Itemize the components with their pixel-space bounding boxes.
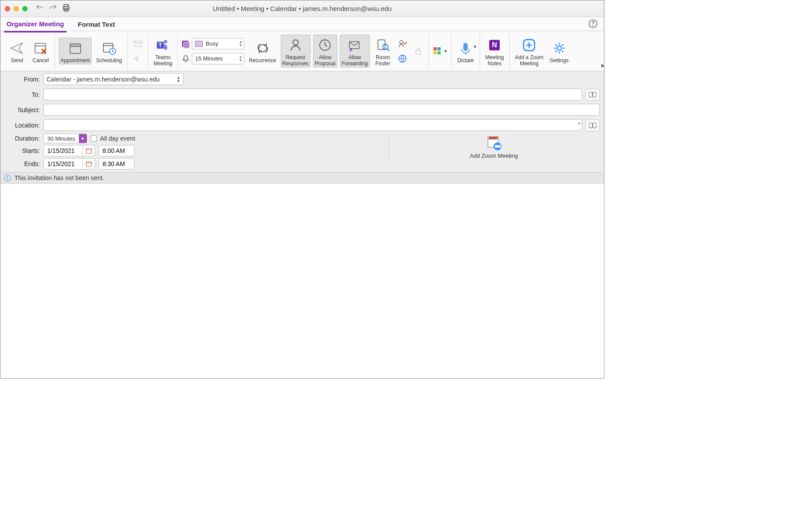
print-icon[interactable] (62, 4, 71, 14)
room-finder-button[interactable]: Room Finder (372, 35, 393, 67)
show-as-select[interactable]: Busy ▲▼ (192, 38, 244, 50)
clock-icon (317, 37, 333, 53)
private-icon[interactable] (412, 45, 425, 58)
all-day-checkbox[interactable] (91, 135, 97, 142)
send-button[interactable]: Send (7, 38, 28, 64)
dictate-button[interactable]: ▼ Dictate (455, 38, 476, 64)
ribbon: Send Cancel Appointment Scheduling T Tea… (0, 31, 604, 71)
reminder-bell-icon (181, 54, 190, 63)
microphone-icon (458, 40, 473, 56)
send-icon (9, 40, 25, 56)
info-bar: ! This invitation has not been sent. (0, 173, 604, 184)
scheduling-button[interactable]: Scheduling (94, 38, 124, 64)
svg-rect-29 (438, 47, 441, 50)
svg-rect-40 (593, 123, 597, 128)
check-names-icon[interactable] (396, 37, 409, 50)
subject-label: Subject: (5, 106, 40, 113)
svg-rect-19 (184, 42, 190, 48)
recurrence-button[interactable]: Recurrence (247, 38, 278, 64)
window-controls (5, 6, 28, 11)
teams-icon: T (155, 37, 171, 53)
maximize-window-button[interactable] (22, 6, 28, 11)
request-responses-button[interactable]: Request Responses (281, 35, 311, 67)
reminder-select[interactable]: 15 Minutes ▲▼ (192, 53, 244, 64)
svg-rect-31 (438, 51, 441, 54)
address-book-icon (588, 91, 597, 98)
allow-proposal-button[interactable]: Allow Proposal (313, 35, 337, 67)
forward-mail-icon (347, 37, 363, 53)
subject-input[interactable] (43, 104, 600, 116)
start-date-picker-icon[interactable] (82, 145, 95, 156)
start-time-input[interactable] (99, 145, 134, 156)
group-teams: T Teams Meeting (148, 33, 178, 69)
to-address-book-button[interactable] (586, 89, 600, 100)
svg-rect-32 (463, 43, 468, 51)
zoom-side-panel[interactable]: Add Zoom Meeting (388, 134, 599, 161)
person-icon (288, 37, 304, 53)
to-input[interactable] (43, 89, 582, 100)
redo-icon[interactable] (49, 4, 57, 14)
close-window-button[interactable] (5, 6, 10, 11)
svg-point-25 (400, 40, 403, 43)
svg-point-20 (293, 40, 298, 45)
location-label: Location: (5, 122, 40, 129)
svg-rect-30 (434, 51, 437, 54)
group-show: Appointment Scheduling (55, 33, 128, 69)
tab-organizer-meeting[interactable]: Organizer Meeting (4, 18, 67, 32)
svg-rect-28 (434, 47, 437, 50)
zoom-meeting-icon (485, 136, 503, 152)
time-zones-icon[interactable] (396, 52, 409, 65)
svg-point-5 (593, 25, 593, 26)
scheduling-icon (101, 40, 117, 56)
add-zoom-meeting-button[interactable]: Add a Zoom Meeting (513, 35, 545, 67)
meeting-notes-button[interactable]: N Meeting Notes (484, 35, 506, 67)
start-date-input[interactable] (43, 145, 95, 156)
svg-rect-41 (86, 149, 92, 153)
location-picker-button[interactable] (586, 120, 600, 131)
svg-rect-27 (416, 51, 420, 54)
duration-value: 30 Minutes (44, 135, 79, 142)
calendar-cancel-icon (33, 40, 49, 56)
meeting-form: From: Calendar - james.m.henderson@wsu.e… (0, 71, 604, 173)
info-icon: ! (4, 174, 11, 181)
window-title: Untitled • Meeting • Calendar • james.m.… (0, 5, 604, 12)
svg-rect-37 (589, 92, 593, 97)
room-finder-icon (375, 37, 391, 53)
end-date-input[interactable] (43, 158, 95, 170)
undo-icon[interactable] (35, 4, 44, 14)
minimize-window-button[interactable] (14, 6, 19, 11)
reminder-value: 15 Minutes (195, 55, 223, 62)
group-categorize: ▼ (429, 33, 452, 69)
allow-forwarding-button[interactable]: Allow Forwarding (340, 35, 370, 67)
group-dictate: ▼ Dictate (452, 33, 480, 69)
onenote-icon: N (487, 37, 502, 53)
title-bar: Untitled • Meeting • Calendar • james.m.… (0, 0, 604, 17)
from-select[interactable]: Calendar - james.m.henderson@wsu.edu ▲▼ (43, 73, 184, 85)
duration-select[interactable]: 30 Minutes ▼ (43, 134, 87, 143)
group-options: Busy ▲▼ 15 Minutes ▲▼ Recurrence Request… (178, 33, 428, 69)
appointment-icon (67, 40, 83, 56)
group-actions: Send Cancel (3, 33, 55, 69)
group-zoom: Add a Zoom Meeting Settings (510, 33, 574, 69)
teams-meeting-button[interactable]: T Teams Meeting (152, 35, 174, 67)
svg-text:T: T (159, 42, 162, 48)
collapse-ribbon-icon[interactable]: ▶ (601, 63, 604, 68)
end-time-input[interactable] (99, 158, 134, 170)
zoom-settings-button[interactable]: Settings (548, 38, 570, 64)
location-dropdown-icon[interactable]: ▾ (578, 121, 580, 126)
svg-rect-22 (350, 42, 359, 49)
help-icon[interactable] (588, 19, 598, 28)
svg-point-3 (67, 5, 69, 6)
categories-icon (432, 46, 443, 57)
svg-point-36 (557, 46, 561, 50)
ribbon-tabs: Organizer Meeting Format Text ▶ (0, 17, 604, 31)
cancel-button[interactable]: Cancel (30, 38, 51, 64)
from-label: From: (5, 76, 40, 83)
message-body[interactable] (0, 184, 604, 374)
svg-rect-49 (495, 145, 499, 148)
appointment-button[interactable]: Appointment (59, 38, 92, 64)
location-input[interactable] (43, 119, 582, 131)
end-date-picker-icon[interactable] (82, 159, 95, 169)
tab-format-text[interactable]: Format Text (75, 18, 118, 32)
categorize-button[interactable]: ▼ (432, 46, 448, 57)
